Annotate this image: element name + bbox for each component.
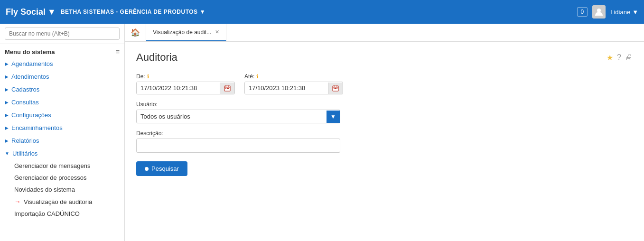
sidebar-header: Menu do sistema ≡	[0, 44, 124, 57]
submenu-label: Gerenciador de mensagens	[14, 162, 90, 169]
ate-date-input[interactable]	[245, 82, 328, 94]
audit-form: De: ℹ	[136, 73, 468, 176]
menu-label: Utilitários	[12, 150, 37, 157]
navbar-org[interactable]: BETHA SISTEMAS - GERÊNCIA DE PRODUTOS ▼	[61, 9, 205, 15]
usuario-select[interactable]: Todos os usuários	[137, 110, 327, 123]
ate-info-icon[interactable]: ℹ	[256, 74, 258, 80]
menu-label: Configurações	[11, 111, 51, 119]
org-name: BETHA SISTEMAS - GERÊNCIA DE PRODUTOS	[61, 9, 198, 15]
navbar: Fly Social ▼ BETHA SISTEMAS - GERÊNCIA D…	[0, 0, 644, 24]
menu-label: Encaminhamentos	[11, 124, 63, 131]
descricao-input[interactable]	[136, 139, 340, 153]
arrow-icon: ▶	[5, 100, 9, 105]
page-title: Auditoria	[136, 51, 177, 64]
arrow-icon: ▶	[5, 61, 9, 66]
svg-rect-6	[227, 88, 228, 89]
sidebar-item-utilitarios[interactable]: ▼ Utilitários Gerenciador de mensagens G…	[0, 147, 124, 220]
ate-label: Até: ℹ	[244, 73, 343, 80]
notification-badge[interactable]: 0	[577, 7, 588, 17]
navbar-right: 0 Lidiane ▼	[577, 5, 639, 19]
svg-rect-12	[334, 88, 335, 89]
tab-home[interactable]: 🏠	[125, 24, 146, 41]
menu-label: Relatórios	[11, 137, 39, 144]
tab-label: Visualização de audit...	[153, 29, 211, 36]
user-menu[interactable]: Lidiane ▼	[610, 9, 638, 16]
submenu-item-gerenciador-processos[interactable]: Gerenciador de processos	[9, 172, 124, 184]
collapse-icon[interactable]: ≡	[116, 48, 120, 56]
main-layout: Menu do sistema ≡ ▶ Agendamentos ▶ Atend…	[0, 24, 644, 241]
page-content: Auditoria ★ ? 🖨 De: ℹ	[125, 42, 644, 241]
tab-visualizacao-auditoria[interactable]: Visualização de audit... ✕	[146, 24, 226, 41]
button-dot-icon	[145, 167, 149, 171]
sidebar-item-agendamentos[interactable]: ▶ Agendamentos	[0, 57, 124, 70]
svg-rect-13	[335, 88, 336, 89]
svg-rect-14	[336, 88, 337, 89]
date-range-row: De: ℹ	[136, 73, 468, 94]
submenu-item-visualizacao-auditoria[interactable]: → Visualização de auditoria	[9, 195, 124, 208]
submenu-item-novidades[interactable]: Novidades do sistema	[9, 184, 124, 195]
usuario-select-wrapper: Todos os usuários ▼	[136, 110, 340, 123]
sidebar-title: Menu do sistema	[5, 48, 55, 56]
usuario-group: Usuário: Todos os usuários ▼	[136, 101, 468, 123]
menu-label: Atendimentos	[11, 73, 49, 80]
menu-label: Consultas	[11, 99, 39, 106]
page-header: Auditoria ★ ? 🖨	[136, 51, 633, 64]
submenu-label: Visualização de auditoria	[24, 198, 92, 205]
sidebar: Menu do sistema ≡ ▶ Agendamentos ▶ Atend…	[0, 24, 125, 241]
tab-close-icon[interactable]: ✕	[215, 29, 219, 35]
sidebar-search-container	[0, 24, 124, 44]
de-group: De: ℹ	[136, 73, 235, 94]
arrow-icon: ▶	[5, 112, 9, 118]
submenu-label: Importação CADÚNICO	[14, 210, 80, 217]
page-actions: ★ ? 🖨	[607, 53, 633, 62]
search-button-label: Pesquisar	[151, 165, 179, 172]
de-label: De: ℹ	[136, 73, 235, 80]
avatar	[592, 5, 606, 19]
brand-caret: ▼	[47, 7, 56, 17]
brand-name: Fly Social	[6, 7, 46, 17]
sidebar-item-atendimentos[interactable]: ▶ Atendimentos	[0, 70, 124, 83]
submenu-label: Novidades do sistema	[14, 186, 75, 193]
print-icon[interactable]: 🖨	[625, 53, 633, 62]
sidebar-item-cadastros[interactable]: ▶ Cadastros	[0, 83, 124, 96]
ate-group: Até: ℹ	[244, 73, 343, 94]
arrow-icon: ▶	[5, 125, 9, 130]
svg-rect-5	[225, 88, 226, 89]
user-caret: ▼	[632, 9, 638, 16]
menu-label: Agendamentos	[11, 60, 53, 67]
submenu-item-gerenciador-mensagens[interactable]: Gerenciador de mensagens	[9, 160, 124, 172]
active-arrow-icon: →	[14, 198, 21, 205]
sidebar-menu: ▶ Agendamentos ▶ Atendimentos ▶ Cadastro…	[0, 57, 124, 220]
submenu-item-importacao-cadunico[interactable]: Importação CADÚNICO	[9, 208, 124, 220]
sidebar-item-configuracoes[interactable]: ▶ Configurações	[0, 109, 124, 121]
help-icon[interactable]: ?	[617, 53, 621, 62]
sidebar-item-consultas[interactable]: ▶ Consultas	[0, 96, 124, 109]
svg-point-0	[597, 9, 601, 12]
submenu-label: Gerenciador de processos	[14, 174, 86, 181]
de-info-icon[interactable]: ℹ	[147, 74, 149, 80]
de-date-input[interactable]	[137, 82, 220, 94]
search-button[interactable]: Pesquisar	[136, 161, 187, 176]
usuario-dropdown-arrow[interactable]: ▼	[327, 111, 340, 123]
arrow-icon: ▶	[5, 87, 9, 92]
star-icon[interactable]: ★	[607, 53, 613, 62]
navbar-brand[interactable]: Fly Social ▼	[6, 7, 56, 17]
ate-input-wrapper	[244, 82, 343, 94]
arrow-icon: ▶	[5, 138, 9, 143]
user-name: Lidiane	[610, 9, 630, 16]
arrow-icon: ▼	[5, 151, 9, 156]
tab-bar: 🏠 Visualização de audit... ✕	[125, 24, 644, 42]
descricao-label: Descrição:	[136, 130, 468, 137]
svg-rect-7	[228, 88, 229, 89]
arrow-icon: ▶	[5, 74, 9, 79]
descricao-group: Descrição:	[136, 130, 468, 153]
ate-calendar-button[interactable]	[328, 83, 343, 94]
de-calendar-button[interactable]	[220, 83, 234, 94]
de-input-wrapper	[136, 82, 235, 94]
sidebar-item-relatorios[interactable]: ▶ Relatórios	[0, 134, 124, 147]
utilitarios-submenu: Gerenciador de mensagens Gerenciador de …	[0, 160, 124, 220]
org-caret: ▼	[200, 9, 205, 15]
content-area: 🏠 Visualização de audit... ✕ Auditoria ★…	[125, 24, 644, 241]
search-input[interactable]	[5, 28, 120, 40]
sidebar-item-encaminhamentos[interactable]: ▶ Encaminhamentos	[0, 121, 124, 134]
